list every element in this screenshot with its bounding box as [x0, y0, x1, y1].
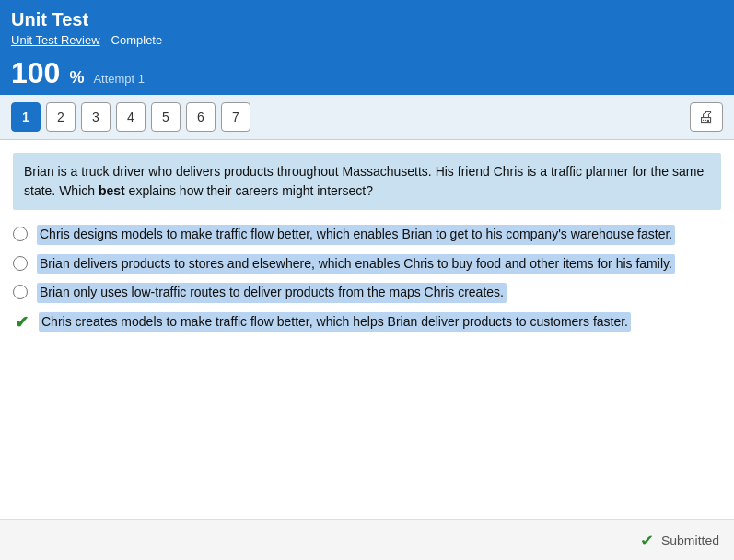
page-button-6[interactable]: 6 — [186, 102, 216, 132]
answer-radio-b[interactable] — [13, 256, 28, 271]
answer-label-c[interactable]: Brian only uses low-traffic routes to de… — [37, 283, 507, 303]
page-button-3[interactable]: 3 — [81, 102, 111, 132]
answer-list: Chris designs models to make traffic flo… — [13, 225, 721, 332]
page-button-1[interactable]: 1 — [11, 102, 41, 132]
answer-item-d: ✔ Chris creates models to make traffic f… — [13, 312, 721, 332]
submitted-label: Submitted — [661, 533, 719, 548]
question-bold-word: best — [99, 183, 125, 198]
score-bar: 100% Attempt 1 — [0, 52, 734, 95]
score-value: 100 — [11, 58, 60, 88]
answer-item-a: Chris designs models to make traffic flo… — [13, 225, 721, 245]
question-area: Brian is a truck driver who delivers pro… — [0, 140, 734, 350]
complete-badge: Complete — [111, 33, 163, 47]
print-button[interactable]: 🖨 — [690, 102, 723, 132]
attempt-label: Attempt 1 — [93, 72, 145, 86]
print-icon: 🖨 — [698, 108, 715, 127]
page-buttons: 1 2 3 4 5 6 7 — [11, 102, 250, 132]
page-button-2[interactable]: 2 — [46, 102, 76, 132]
header: Unit Test Unit Test Review Complete — [0, 0, 734, 52]
answer-radio-c[interactable] — [13, 285, 28, 299]
answer-label-a[interactable]: Chris designs models to make traffic flo… — [37, 225, 675, 245]
question-text-part2: explains how their careers might interse… — [125, 183, 373, 198]
page-button-7[interactable]: 7 — [221, 102, 250, 132]
answer-label-d[interactable]: Chris creates models to make traffic flo… — [39, 312, 631, 332]
answer-item-c: Brian only uses low-traffic routes to de… — [13, 283, 721, 303]
page-title: Unit Test — [11, 7, 723, 31]
pagination-bar: 1 2 3 4 5 6 7 🖨 — [0, 95, 734, 140]
percent-symbol: % — [69, 68, 84, 88]
answer-label-b[interactable]: Brian delivers products to stores and el… — [37, 254, 675, 274]
page-button-5[interactable]: 5 — [151, 102, 181, 132]
footer: ✔ Submitted — [0, 519, 734, 560]
correct-check-icon: ✔ — [13, 314, 29, 331]
subtitle-link[interactable]: Unit Test Review — [11, 33, 100, 47]
page-button-4[interactable]: 4 — [116, 102, 146, 132]
submitted-icon: ✔ — [640, 531, 654, 551]
answer-item-b: Brian delivers products to stores and el… — [13, 254, 721, 274]
question-text: Brian is a truck driver who delivers pro… — [13, 153, 721, 210]
answer-radio-a[interactable] — [13, 227, 28, 241]
